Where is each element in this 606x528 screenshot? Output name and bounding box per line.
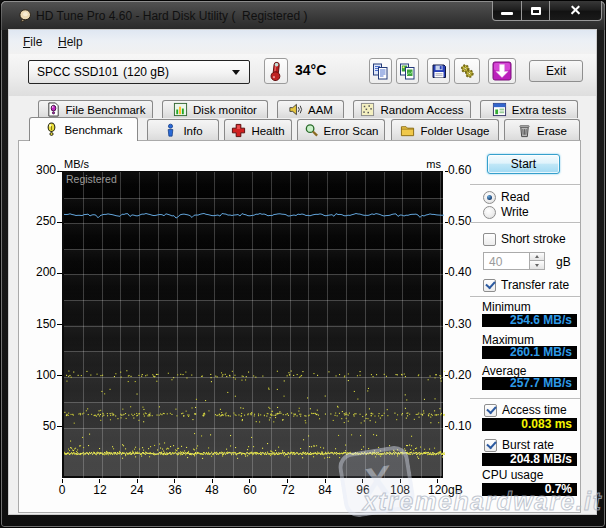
y-left-tick xyxy=(57,375,62,376)
tab-label: Benchmark xyxy=(64,124,122,136)
tab-info[interactable]: Info xyxy=(147,119,219,141)
y-left-tick xyxy=(57,273,62,274)
copy-text-icon xyxy=(372,63,389,80)
menu-bar: File Help xyxy=(9,30,596,54)
temperature-button[interactable] xyxy=(264,58,288,84)
x-tick-label: 24 xyxy=(122,483,152,497)
update-button[interactable] xyxy=(488,58,516,84)
x-tick-label: 12 xyxy=(85,483,115,497)
exit-button[interactable]: Exit xyxy=(529,60,583,82)
separator xyxy=(470,184,580,185)
y-left-tick-label: 300 xyxy=(26,163,56,177)
y-right-tick xyxy=(445,324,448,325)
y-left-tick xyxy=(57,324,62,325)
watermark-text: xtremehardware.it xyxy=(363,487,602,516)
spinner-up-button[interactable] xyxy=(529,253,544,261)
capacity-spinner[interactable]: 40 xyxy=(483,252,545,270)
start-button[interactable]: Start xyxy=(487,154,560,174)
speaker-icon xyxy=(288,102,303,117)
y-right-tick xyxy=(445,273,448,274)
y-right-tick-label: 0.50 xyxy=(448,214,471,228)
x-tick-label: 48 xyxy=(197,483,227,497)
x-tick xyxy=(174,479,175,483)
menu-help[interactable]: Help xyxy=(51,30,90,54)
burst-rate-checkbox[interactable] xyxy=(484,439,497,452)
menu-file-label: File xyxy=(23,30,42,54)
options-button[interactable] xyxy=(454,58,480,84)
tab-label: Random Access xyxy=(380,104,463,116)
x-tick xyxy=(137,479,138,483)
burst-rate-label: Burst rate xyxy=(502,438,554,452)
save-button[interactable] xyxy=(427,58,450,84)
chart-canvas xyxy=(64,172,445,479)
maximize-button[interactable] xyxy=(522,1,549,21)
registered-overlay: Registered xyxy=(66,173,117,185)
tab-benchmark[interactable]: Benchmark xyxy=(29,117,138,141)
y-left-tick xyxy=(57,171,62,172)
spinner-unit-label: gB xyxy=(556,255,571,269)
tab-disk-monitor[interactable]: Disk monitor xyxy=(162,100,268,118)
tab-error-scan[interactable]: Error Scan xyxy=(297,119,385,141)
tab-erase[interactable]: Erase xyxy=(504,119,580,141)
file-benchmark-icon xyxy=(46,102,61,117)
write-label: Write xyxy=(501,205,529,219)
access-time-value: 0.083 ms xyxy=(482,418,577,431)
y-left-tick-label: 150 xyxy=(26,317,56,331)
transfer-rate-checkbox[interactable] xyxy=(483,279,496,292)
up-arrow-icon xyxy=(535,255,539,258)
write-radio[interactable] xyxy=(483,206,496,219)
y-left-tick-label: 250 xyxy=(26,214,56,228)
y-right-tick-label: 0.10 xyxy=(448,419,471,433)
y-left-tick-label: 100 xyxy=(26,368,56,382)
tab-aam[interactable]: AAM xyxy=(277,100,344,118)
toolbar: SPCC SSD101 (120 gB) 34°C xyxy=(9,54,596,96)
burst-rate-value: 204.8 MB/s xyxy=(482,453,577,466)
folder-usage-icon xyxy=(400,123,415,138)
menu-file[interactable]: File xyxy=(16,30,49,54)
random-access-icon xyxy=(360,102,375,117)
tab-label: File Benchmark xyxy=(66,104,146,116)
short-stroke-label: Short stroke xyxy=(501,232,566,246)
x-tick xyxy=(99,479,100,483)
close-icon xyxy=(570,5,581,16)
cpu-usage-label: CPU usage xyxy=(482,468,543,482)
read-radio[interactable] xyxy=(483,191,496,204)
tab-random-access[interactable]: Random Access xyxy=(353,100,471,118)
access-time-label: Access time xyxy=(502,403,567,417)
drive-select[interactable]: SPCC SSD101 (120 gB) xyxy=(28,60,250,84)
y-right-tick xyxy=(445,222,448,223)
y-right-tick xyxy=(445,426,448,427)
copy-image-button[interactable] xyxy=(396,58,419,84)
maximize-icon xyxy=(531,7,541,15)
minimum-value: 254.6 MB/s xyxy=(482,314,577,327)
y-left-tick-label: 200 xyxy=(26,265,56,279)
y-right-tick-label: 0.60 xyxy=(448,163,471,177)
tab-label: Info xyxy=(183,125,202,137)
menu-help-label: Help xyxy=(58,30,83,54)
y-right-tick xyxy=(445,375,448,376)
title-bar[interactable]: HD Tune Pro 4.60 - Hard Disk Utility ( R… xyxy=(1,1,605,30)
y-left-tick-label: 50 xyxy=(26,419,56,433)
drive-capacity: (120 gB) xyxy=(123,65,169,79)
tab-extra-tests[interactable]: Extra tests xyxy=(480,100,578,118)
spinner-value: 40 xyxy=(489,255,502,269)
y-left-tick xyxy=(57,426,62,427)
copy-text-button[interactable] xyxy=(369,58,392,84)
short-stroke-checkbox[interactable] xyxy=(483,233,496,246)
close-button[interactable] xyxy=(549,1,602,21)
tab-folder-usage[interactable]: Folder Usage xyxy=(391,119,499,141)
tab-health[interactable]: Health xyxy=(224,119,292,141)
y-right-tick xyxy=(445,171,448,172)
read-label: Read xyxy=(501,190,530,204)
x-tick xyxy=(249,479,250,483)
tab-label: Folder Usage xyxy=(420,125,489,137)
spinner-down-button[interactable] xyxy=(529,261,544,269)
x-tick xyxy=(287,479,288,483)
tab-file-benchmark[interactable]: File Benchmark xyxy=(38,100,153,118)
access-time-checkbox[interactable] xyxy=(484,404,497,417)
separator xyxy=(470,296,580,297)
minimize-button[interactable] xyxy=(492,1,522,21)
error-scan-icon xyxy=(304,123,319,138)
save-icon xyxy=(431,63,447,79)
x-tick-label: 36 xyxy=(160,483,190,497)
